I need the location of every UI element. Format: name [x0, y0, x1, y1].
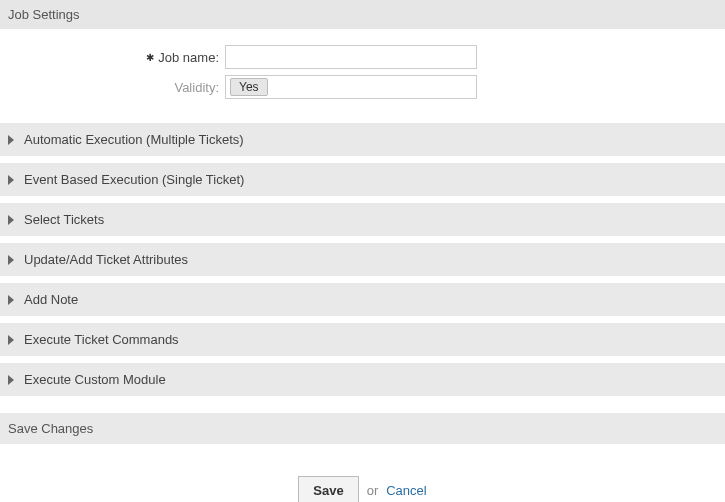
- or-label: or: [367, 483, 379, 498]
- accordion-automatic-execution[interactable]: Automatic Execution (Multiple Tickets): [0, 123, 725, 156]
- job-settings-form: ✱Job name: Validity: Yes: [0, 29, 725, 123]
- accordion-select-tickets[interactable]: Select Tickets: [0, 203, 725, 236]
- chevron-right-icon: [8, 295, 14, 305]
- chevron-right-icon: [8, 375, 14, 385]
- accordion-label: Automatic Execution (Multiple Tickets): [24, 132, 244, 147]
- validity-row: Validity: Yes: [0, 75, 725, 99]
- cancel-link[interactable]: Cancel: [386, 483, 426, 498]
- accordion-label: Event Based Execution (Single Ticket): [24, 172, 244, 187]
- save-button[interactable]: Save: [298, 476, 358, 502]
- page-title: Job Settings: [8, 7, 80, 22]
- validity-label: Validity:: [0, 80, 225, 95]
- accordion-label: Add Note: [24, 292, 78, 307]
- actions-bar: Save or Cancel: [0, 452, 725, 502]
- validity-select[interactable]: Yes: [225, 75, 477, 99]
- accordion-label: Select Tickets: [24, 212, 104, 227]
- accordion-label: Update/Add Ticket Attributes: [24, 252, 188, 267]
- accordion-event-based-execution[interactable]: Event Based Execution (Single Ticket): [0, 163, 725, 196]
- accordion-add-note[interactable]: Add Note: [0, 283, 725, 316]
- accordion-label: Execute Ticket Commands: [24, 332, 179, 347]
- job-name-label-text: Job name:: [158, 50, 219, 65]
- save-changes-section-header: Save Changes: [0, 413, 725, 444]
- chevron-right-icon: [8, 335, 14, 345]
- required-icon: ✱: [146, 52, 154, 63]
- chevron-right-icon: [8, 255, 14, 265]
- accordion-execute-ticket-commands[interactable]: Execute Ticket Commands: [0, 323, 725, 356]
- page-title-bar: Job Settings: [0, 0, 725, 29]
- chevron-right-icon: [8, 135, 14, 145]
- job-name-label: ✱Job name:: [0, 50, 225, 65]
- chevron-right-icon: [8, 175, 14, 185]
- job-name-row: ✱Job name:: [0, 45, 725, 69]
- accordion-execute-custom-module[interactable]: Execute Custom Module: [0, 363, 725, 396]
- accordion-list: Automatic Execution (Multiple Tickets) E…: [0, 123, 725, 396]
- chevron-right-icon: [8, 215, 14, 225]
- accordion-update-add-attributes[interactable]: Update/Add Ticket Attributes: [0, 243, 725, 276]
- save-changes-title: Save Changes: [8, 421, 93, 436]
- job-name-input[interactable]: [225, 45, 477, 69]
- validity-selected-value: Yes: [230, 78, 268, 96]
- accordion-label: Execute Custom Module: [24, 372, 166, 387]
